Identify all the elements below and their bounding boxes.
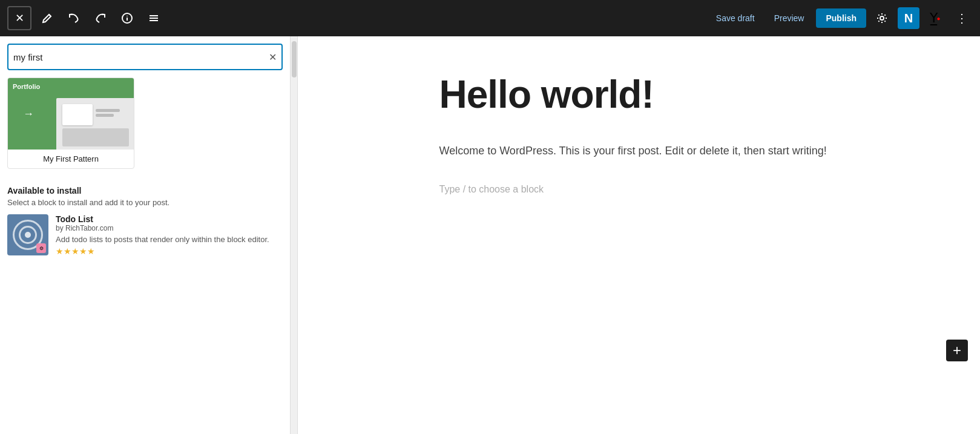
plugin-author: by RichTabor.com	[56, 224, 283, 232]
search-input[interactable]	[13, 52, 269, 62]
clear-icon: ✕	[269, 51, 277, 63]
plugin-item: ⚙ Todo List by RichTabor.com Add todo li…	[7, 214, 283, 256]
plugin-info: Todo List by RichTabor.com Add todo list…	[56, 214, 283, 256]
yoast-icon[interactable]: Y̲ ●	[924, 7, 946, 29]
add-block-button[interactable]: +	[946, 340, 968, 361]
pattern-section: Portfolio → My First Pattern	[0, 77, 290, 179]
block-placeholder[interactable]: Type / to choose a block	[439, 184, 839, 195]
editor-content: Hello world! Welcome to WordPress. This …	[415, 36, 863, 231]
main-layout: ✕ Portfolio → My First Pat	[0, 36, 980, 434]
preview-button[interactable]: Preview	[767, 8, 812, 28]
close-button[interactable]: ✕	[7, 6, 31, 30]
info-button[interactable]	[116, 7, 138, 29]
post-title[interactable]: Hello world!	[439, 73, 839, 117]
install-description: Select a block to install and add it to …	[7, 198, 283, 207]
undo-icon	[68, 12, 80, 24]
undo-button[interactable]	[63, 7, 85, 29]
post-body[interactable]: Welcome to WordPress. This is your first…	[439, 142, 839, 160]
pattern-thumb-label: Portfolio	[13, 83, 40, 90]
save-draft-button[interactable]: Save draft	[709, 8, 762, 28]
plugin-title: Todo List	[56, 214, 283, 224]
svg-point-6	[880, 16, 884, 20]
toolbar-left: ✕	[7, 6, 706, 30]
scrollbar-thumb[interactable]	[292, 41, 297, 77]
install-section: Available to install Select a block to i…	[0, 179, 290, 263]
plugin-description: Add todo lists to posts that render only…	[56, 235, 283, 244]
redo-icon	[94, 12, 107, 24]
list-view-button[interactable]	[143, 7, 165, 29]
content-area[interactable]: Hello world! Welcome to WordPress. This …	[298, 36, 980, 434]
info-icon	[121, 12, 133, 24]
settings-button[interactable]	[871, 7, 893, 29]
toolbar: ✕	[0, 0, 980, 36]
plugin-icon: ⚙	[7, 214, 48, 255]
install-heading: Available to install	[7, 186, 283, 196]
pattern-thumbnail: Portfolio →	[8, 78, 134, 150]
gear-icon	[876, 12, 888, 24]
list-icon	[148, 12, 160, 24]
plugin-stars: ★★★★★	[56, 246, 283, 256]
panel-scrollbar[interactable]	[291, 36, 298, 434]
search-clear-button[interactable]: ✕	[269, 51, 277, 63]
close-icon: ✕	[15, 12, 24, 25]
pattern-card[interactable]: Portfolio → My First Pattern	[7, 77, 134, 169]
edit-button[interactable]	[36, 7, 58, 29]
left-panel: ✕ Portfolio → My First Pat	[0, 36, 291, 434]
notebook-icon[interactable]: N	[898, 7, 919, 29]
plus-icon: +	[953, 342, 961, 359]
more-icon: ⋮	[956, 11, 968, 25]
more-options-button[interactable]: ⋮	[951, 7, 973, 29]
publish-button[interactable]: Publish	[816, 8, 866, 28]
svg-point-2	[127, 16, 128, 17]
pattern-name: My First Pattern	[8, 150, 134, 168]
redo-button[interactable]	[90, 7, 111, 29]
edit-icon	[41, 12, 53, 24]
search-box: ✕	[7, 44, 283, 70]
toolbar-right: Save draft Preview Publish N Y̲ ● ⋮	[709, 7, 973, 29]
